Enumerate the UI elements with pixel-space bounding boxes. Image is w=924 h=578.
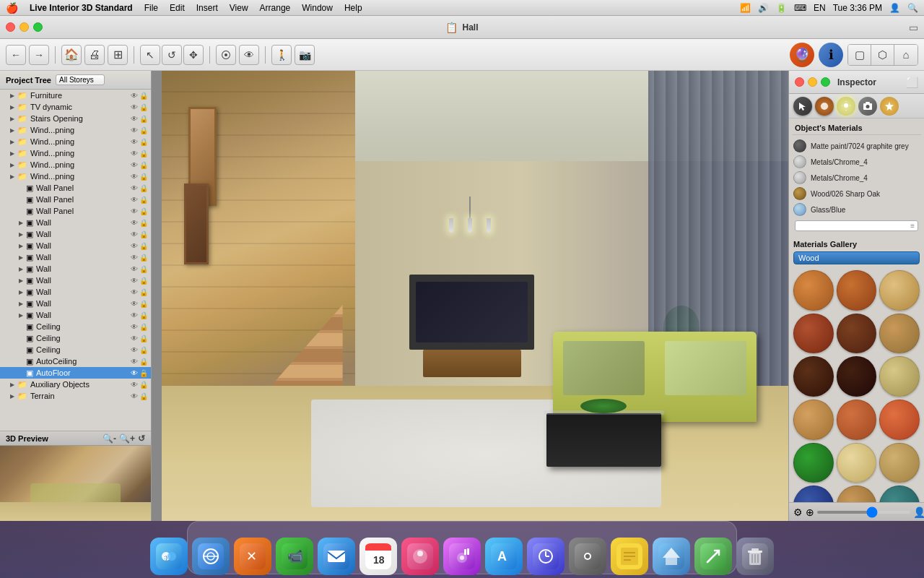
info-icon[interactable]: ℹ xyxy=(819,43,843,67)
tree-item-stairs[interactable]: ▶ 📁 Stairs Opening 👁 🔒 xyxy=(0,113,151,124)
tree-item-window1[interactable]: ▶ 📁 Wind...pning 👁 🔒 xyxy=(0,124,151,136)
tree-item-wall8[interactable]: ▶ ▣ Wall 👁 🔒 xyxy=(0,298,151,309)
inspector-sphere-btn[interactable] xyxy=(815,97,834,116)
back-button[interactable]: ← xyxy=(6,45,26,65)
viewport-resize-handle[interactable] xyxy=(152,71,162,521)
menu-edit[interactable]: Edit xyxy=(170,3,185,13)
gallery-settings-icon[interactable]: ⚙ xyxy=(793,506,803,518)
preview-refresh[interactable]: ↺ xyxy=(138,434,145,444)
walk-tool[interactable]: 🚶 xyxy=(271,45,292,65)
place-tool[interactable]: ⦿ xyxy=(216,45,236,65)
tree-item-wall5[interactable]: ▶ ▣ Wall 👁 🔒 xyxy=(0,263,151,275)
view-home-button[interactable]: ⌂ xyxy=(894,45,918,65)
inspector-expand[interactable]: ⬜ xyxy=(906,77,918,88)
swatch-ivory[interactable] xyxy=(837,443,877,483)
material-item-1[interactable]: Matte paint/7024 graphite grey xyxy=(792,138,921,154)
material-item-4[interactable]: Wood/026 Sharp Oak xyxy=(792,186,921,202)
tree-item-wall7[interactable]: ▶ ▣ Wall 👁 🔒 xyxy=(0,286,151,298)
view-3d-button[interactable]: ⬡ xyxy=(871,45,894,65)
material-item-2[interactable]: Metals/Chrome_4 xyxy=(792,154,921,170)
tree-item-ceiling1[interactable]: ▣ Ceiling 👁 🔒 xyxy=(0,321,151,332)
dock-migrate[interactable] xyxy=(694,538,732,575)
view-2d-button[interactable]: ▢ xyxy=(848,45,871,65)
swatch-maple[interactable] xyxy=(879,314,920,354)
tree-item-wallpanel3[interactable]: ▣ Wall Panel 👁 🔒 xyxy=(0,205,151,217)
gallery-size-slider[interactable] xyxy=(817,511,910,514)
dock-photos[interactable] xyxy=(401,538,439,575)
move-tool[interactable]: ✥ xyxy=(183,45,204,65)
preview-canvas[interactable] xyxy=(0,446,151,521)
swatch-ebony[interactable] xyxy=(793,356,834,397)
user-icon[interactable]: 👤 xyxy=(889,3,900,13)
tree-item-autoceiling[interactable]: ▣ AutoCeiling 👁 🔒 xyxy=(0,355,151,367)
viewport[interactable] xyxy=(152,71,788,521)
apple-menu[interactable]: 🍎 xyxy=(6,2,18,14)
wifi-icon[interactable]: 📶 xyxy=(740,3,751,13)
tree-item-wall4[interactable]: ▶ ▣ Wall 👁 🔒 xyxy=(0,251,151,263)
gallery-category-dropdown[interactable]: Wood xyxy=(793,251,920,264)
forward-button[interactable]: → xyxy=(29,45,49,65)
dock-timemachine[interactable] xyxy=(527,538,565,575)
storeys-dropdown[interactable]: All Storeys xyxy=(56,74,105,85)
project-tree-list[interactable]: ▶ 📁 Furniture 👁 🔒 ▶ 📁 TV dynamic xyxy=(0,90,151,431)
tree-item-window3[interactable]: ▶ 📁 Wind...pning 👁 🔒 xyxy=(0,147,151,159)
swatch-walnut[interactable] xyxy=(837,270,877,311)
window-collapse[interactable]: ▭ xyxy=(909,22,918,33)
tree-item-terrain[interactable]: ▶ 📁 Terrain 👁 🔒 xyxy=(0,390,151,402)
material-item-3[interactable]: Metals/Chrome_4 xyxy=(792,170,921,186)
tree-item-wall3[interactable]: ▶ ▣ Wall 👁 🔒 xyxy=(0,240,151,251)
menu-help[interactable]: Help xyxy=(344,3,362,13)
swatch-cherry[interactable] xyxy=(793,314,834,354)
preview-zoom-out[interactable]: 🔍- xyxy=(103,434,116,444)
menu-arrange[interactable]: Arrange xyxy=(260,3,291,13)
tree-item-wall9[interactable]: ▶ ▣ Wall 👁 🔒 xyxy=(0,309,151,321)
dock-itunes[interactable] xyxy=(443,538,481,575)
inspector-close[interactable] xyxy=(795,77,804,87)
camera-tool[interactable]: 📷 xyxy=(295,45,315,65)
swatch-blue-dark[interactable] xyxy=(793,486,834,502)
tree-item-wall1[interactable]: ▶ ▣ Wall 👁 🔒 xyxy=(0,217,151,228)
menu-window[interactable]: Window xyxy=(302,3,333,13)
tree-item-auxiliary[interactable]: ▶ 📁 Auxiliary Objects 👁 🔒 xyxy=(0,379,151,390)
dock-stickies[interactable] xyxy=(611,538,648,575)
tree-item-wall2[interactable]: ▶ ▣ Wall 👁 🔒 xyxy=(0,228,151,240)
swatch-oak-medium[interactable] xyxy=(837,486,877,502)
swatch-ash[interactable] xyxy=(879,356,920,397)
tree-item-wallpanel2[interactable]: ▣ Wall Panel 👁 🔒 xyxy=(0,194,151,205)
inspector-camera-btn[interactable] xyxy=(858,97,877,116)
dock-network[interactable] xyxy=(192,538,230,575)
swatch-green[interactable] xyxy=(793,443,834,483)
tree-item-wallpanel1[interactable]: ▣ Wall Panel 👁 🔒 xyxy=(0,182,151,194)
select-tool[interactable]: ↖ xyxy=(140,45,160,65)
search-icon[interactable]: 🔍 xyxy=(907,3,918,13)
eye-tool[interactable]: 👁 xyxy=(239,45,259,65)
swatch-pine[interactable] xyxy=(793,400,834,440)
inspector-pointer-btn[interactable] xyxy=(793,97,812,116)
app-name[interactable]: Live Interior 3D Standard xyxy=(30,3,133,13)
layout-button[interactable]: ⊞ xyxy=(108,45,128,65)
tree-item-wall6[interactable]: ▶ ▣ Wall 👁 🔒 xyxy=(0,275,151,286)
preview-zoom-in[interactable]: 🔍+ xyxy=(119,434,135,444)
volume-icon[interactable]: 🔊 xyxy=(758,3,769,13)
rotate-tool[interactable]: ↺ xyxy=(162,45,182,65)
dock-appstore[interactable]: A xyxy=(485,538,523,575)
swatch-birch[interactable] xyxy=(879,270,920,311)
tree-item-autofloor[interactable]: ▣ AutoFloor 👁 🔒 xyxy=(0,367,151,379)
dock-finder[interactable]: :) xyxy=(150,538,188,575)
dock-mail[interactable] xyxy=(318,538,355,575)
gallery-add-icon[interactable]: ⊕ xyxy=(806,506,814,518)
tree-item-tv[interactable]: ▶ 📁 TV dynamic 👁 🔒 xyxy=(0,101,151,113)
dock-trash[interactable] xyxy=(736,538,774,575)
swatch-oak-light[interactable] xyxy=(793,270,834,311)
swatch-dark-walnut[interactable] xyxy=(837,356,877,397)
swatch-wenge[interactable] xyxy=(837,314,877,354)
swatch-teak[interactable] xyxy=(837,400,877,440)
tree-item-window2[interactable]: ▶ 📁 Wind...pning 👁 🔒 xyxy=(0,136,151,147)
tree-item-window5[interactable]: ▶ 📁 Wind...pning 👁 🔒 xyxy=(0,171,151,182)
tree-item-ceiling2[interactable]: ▣ Ceiling 👁 🔒 xyxy=(0,332,151,344)
material-item-5[interactable]: Glass/Blue xyxy=(792,202,921,217)
print-button[interactable]: 🖨 xyxy=(84,45,105,65)
material-search-input[interactable] xyxy=(798,222,910,230)
swatch-teal[interactable] xyxy=(879,486,920,502)
menu-insert[interactable]: Insert xyxy=(196,3,218,13)
